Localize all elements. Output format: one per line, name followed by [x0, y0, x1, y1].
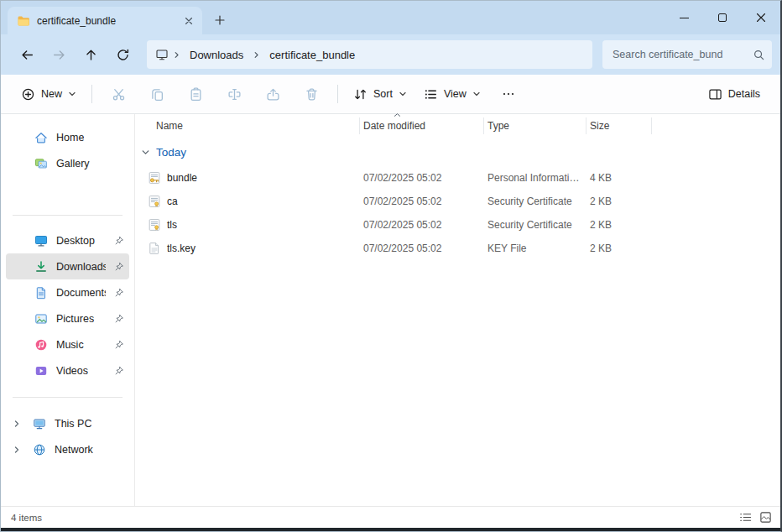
maximize-icon[interactable]	[703, 1, 742, 34]
status-bar: 4 items	[1, 506, 780, 528]
items-count: 4 items	[11, 513, 42, 523]
chevron-down-icon[interactable]	[141, 148, 150, 157]
details-button[interactable]: Details	[700, 80, 769, 108]
sidebar-item-documents[interactable]: Documents	[6, 279, 129, 305]
command-bar: New Sort	[1, 75, 780, 114]
explorer-window: certificate_bundle	[0, 0, 782, 532]
file-row[interactable]: ca 07/02/2025 05:02 Security Certificate…	[135, 190, 780, 213]
sort-ascending-icon	[394, 112, 401, 117]
file-size: 2 KB	[586, 219, 652, 231]
file-type: Personal Informati…	[484, 172, 586, 184]
close-icon[interactable]	[742, 1, 780, 34]
sidebar-divider	[13, 397, 123, 398]
rename-icon[interactable]	[217, 80, 251, 108]
column-header-type[interactable]: Type	[484, 117, 586, 134]
sidebar-item-desktop[interactable]: Desktop	[6, 227, 129, 253]
group-label: Today	[156, 146, 186, 159]
content-area: Home Gallery Desktop	[1, 114, 780, 506]
gallery-icon	[34, 157, 48, 170]
titlebar: certificate_bundle	[1, 1, 780, 34]
column-header-date-modified[interactable]: Date modified	[360, 117, 484, 134]
file-name: bundle	[167, 172, 197, 184]
file-name: ca	[167, 196, 178, 207]
cut-icon[interactable]	[102, 80, 135, 108]
videos-icon	[34, 364, 48, 378]
monitor-icon[interactable]	[155, 48, 169, 61]
column-headers: Name Date modified Type Size	[135, 114, 780, 138]
breadcrumb-item-downloads[interactable]: Downloads	[185, 46, 248, 64]
paste-icon[interactable]	[179, 80, 212, 108]
file-type: KEY File	[484, 243, 586, 254]
details-pane-icon	[708, 87, 722, 102]
column-header-size[interactable]: Size	[586, 117, 652, 134]
file-date-modified: 07/02/2025 05:02	[360, 243, 484, 254]
file-date-modified: 07/02/2025 05:02	[360, 219, 484, 231]
window-bottom-edge	[1, 528, 780, 531]
sort-icon	[353, 87, 368, 102]
documents-icon	[34, 286, 48, 300]
file-date-modified: 07/02/2025 05:02	[360, 196, 484, 207]
chevron-right-icon[interactable]	[172, 51, 181, 59]
file-type: Security Certificate	[484, 219, 586, 231]
chevron-down-icon	[68, 90, 76, 98]
file-row[interactable]: tls.key 07/02/2025 05:02 KEY File 2 KB	[135, 237, 780, 260]
sidebar-item-music[interactable]: Music	[6, 331, 129, 357]
file-size: 4 KB	[586, 172, 652, 184]
forward-icon[interactable]	[43, 39, 75, 70]
refresh-icon[interactable]	[107, 39, 138, 70]
breadcrumb: Downloads certificate_bundle	[147, 40, 592, 69]
security-certificate-icon	[148, 195, 161, 208]
navigation-pane: Home Gallery Desktop	[1, 114, 135, 506]
sidebar-item-downloads[interactable]: Downloads	[6, 253, 129, 279]
pin-icon	[114, 262, 124, 272]
tab-title: certificate_bundle	[37, 15, 174, 27]
view-toggles	[735, 509, 775, 527]
group-header-today[interactable]: Today	[135, 138, 780, 166]
delete-icon[interactable]	[295, 80, 328, 108]
file-type: Security Certificate	[484, 196, 586, 207]
sidebar-item-network[interactable]: Network	[6, 436, 129, 462]
sidebar-item-gallery[interactable]: Gallery	[6, 150, 129, 176]
details-button-label: Details	[728, 88, 760, 100]
search-input[interactable]	[613, 49, 753, 60]
pin-icon	[114, 366, 124, 376]
downloads-icon	[34, 260, 48, 274]
search-icon[interactable]	[753, 49, 765, 61]
sort-button[interactable]: Sort	[345, 80, 415, 108]
sidebar-item-videos[interactable]: Videos	[6, 357, 129, 383]
more-icon[interactable]	[492, 80, 525, 108]
chevron-right-icon[interactable]	[252, 51, 261, 59]
search-box	[602, 40, 772, 69]
chevron-right-icon[interactable]	[13, 446, 21, 454]
sidebar-item-this-pc[interactable]: This PC	[6, 410, 129, 436]
up-icon[interactable]	[75, 39, 107, 70]
view-icon	[424, 87, 438, 102]
file-row[interactable]: bundle 07/02/2025 05:02 Personal Informa…	[135, 166, 780, 190]
sort-button-label: Sort	[373, 88, 393, 100]
new-button-label: New	[41, 88, 62, 100]
thumbnail-view-icon[interactable]	[755, 509, 775, 527]
file-size: 2 KB	[586, 243, 652, 254]
column-header-name[interactable]: Name	[135, 117, 360, 134]
tab-close-icon[interactable]	[180, 13, 197, 29]
explorer-tab[interactable]: certificate_bundle	[8, 7, 202, 34]
copy-icon[interactable]	[140, 80, 174, 108]
view-button[interactable]: View	[415, 80, 489, 108]
sidebar-divider	[13, 215, 123, 216]
sidebar-item-pictures[interactable]: Pictures	[6, 305, 129, 331]
share-icon[interactable]	[256, 80, 289, 108]
new-plus-icon	[21, 87, 35, 102]
music-icon	[34, 338, 48, 352]
file-size: 2 KB	[586, 196, 652, 207]
list-view-icon[interactable]	[735, 509, 755, 527]
new-tab-icon[interactable]	[209, 9, 231, 31]
breadcrumb-item-certificate-bundle[interactable]: certificate_bundle	[264, 46, 360, 64]
sidebar-item-home[interactable]: Home	[6, 124, 129, 150]
this-pc-icon	[33, 417, 46, 430]
chevron-right-icon[interactable]	[13, 420, 21, 428]
file-row[interactable]: tls 07/02/2025 05:02 Security Certificat…	[135, 213, 780, 237]
minimize-icon[interactable]	[665, 1, 703, 34]
back-icon[interactable]	[11, 39, 43, 70]
file-name: tls.key	[167, 243, 196, 254]
new-button[interactable]: New	[13, 80, 85, 108]
